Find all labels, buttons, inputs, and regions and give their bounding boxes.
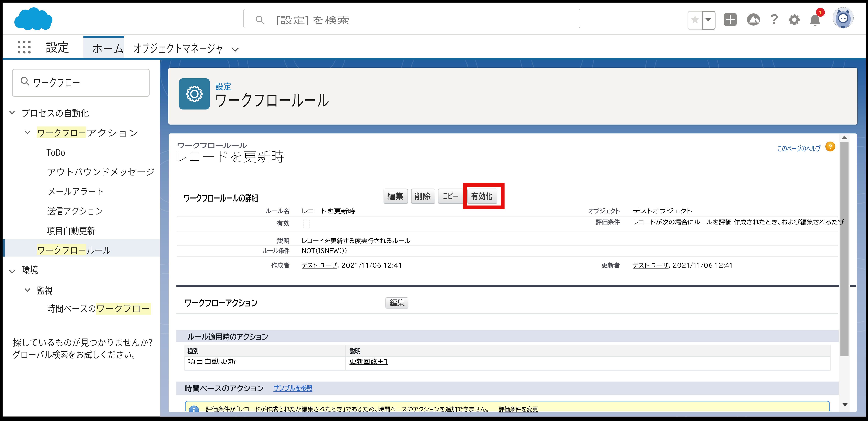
svg-text:?: ?: [828, 143, 832, 150]
svg-text:?: ?: [770, 12, 778, 27]
svg-text:1: 1: [819, 9, 822, 16]
